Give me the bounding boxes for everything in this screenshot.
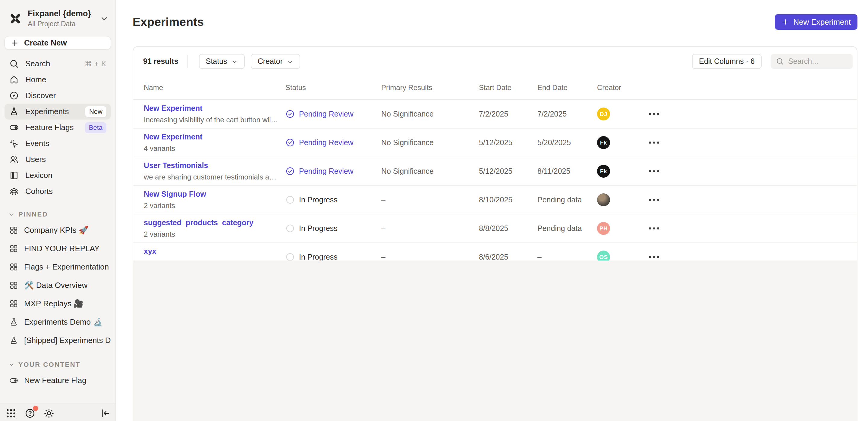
table-search (771, 54, 852, 69)
primary-results: No Significance (381, 167, 479, 175)
end-date: 5/20/2025 (537, 138, 597, 147)
creator-filter-button[interactable]: Creator (251, 54, 300, 69)
search-icon (776, 57, 784, 65)
column-header-start-date[interactable]: Start Date (479, 84, 537, 92)
create-new-button[interactable]: Create New (4, 36, 111, 50)
sidebar-item-find-your-replay[interactable]: FIND YOUR REPLAY (4, 239, 111, 258)
sidebar-item-flags-experimentation-demo[interactable]: Flags + Experimentation Demo , (4, 258, 111, 276)
creator-avatar[interactable]: Fk (597, 136, 610, 149)
sidebar: Fixpanel {demo} All Project Data Create … (0, 0, 116, 421)
start-date: 8/6/2025 (479, 253, 537, 261)
status-icon (285, 138, 295, 147)
column-header-primary-results[interactable]: Primary Results (381, 84, 479, 92)
end-date: 8/11/2025 (537, 167, 597, 175)
users-icon (9, 155, 19, 164)
keyboard-shortcut: ⌘ + K (85, 60, 106, 68)
row-menu-button[interactable] (648, 167, 847, 175)
chevron-down-icon (100, 14, 109, 23)
column-header-creator[interactable]: Creator (597, 84, 648, 92)
sidebar-footer (0, 403, 116, 421)
sidebar-item-experiments-demo[interactable]: Experiments Demo 🔬 (4, 313, 111, 331)
start-date: 8/8/2025 (479, 224, 537, 233)
sidebar-item-users[interactable]: Users (4, 152, 111, 167)
row-menu-button[interactable] (648, 110, 847, 118)
sidebar-item-company-kpis[interactable]: Company KPIs 🚀 (4, 221, 111, 239)
sidebar-item-new-feature-flag[interactable]: New Feature Flag (4, 371, 111, 390)
edit-columns-button[interactable]: Edit Columns · 6 (692, 54, 762, 69)
experiment-name-link[interactable]: User Testimonials (144, 161, 278, 170)
table-row[interactable]: User Testimonials we are sharing custome… (133, 157, 857, 186)
toggle-icon (9, 123, 19, 132)
chevron-down-icon (287, 58, 293, 64)
table-row[interactable]: New Experiment Increasing visibility of … (133, 100, 857, 129)
divider (187, 55, 188, 68)
primary-results: No Significance (381, 138, 479, 147)
status-icon (285, 166, 295, 176)
collapse-sidebar-icon[interactable] (99, 408, 111, 419)
board-icon (9, 299, 19, 309)
experiment-name-link[interactable]: New Experiment (144, 104, 278, 112)
primary-results: – (381, 224, 479, 233)
table-row[interactable]: suggested_products_category 2 variants I… (133, 215, 857, 243)
settings-gear-icon[interactable] (43, 408, 55, 419)
experiment-name-link[interactable]: New Experiment (144, 132, 278, 141)
row-menu-button[interactable] (648, 138, 847, 147)
sidebar-item-mxp-replays[interactable]: MXP Replays 🎥 (4, 294, 111, 313)
search-icon (9, 59, 19, 69)
chevron-down-icon (231, 58, 238, 64)
sidebar-sections: PINNED Company KPIs 🚀 FIND YOUR REPLAY F… (0, 199, 116, 390)
help-icon[interactable] (24, 408, 36, 419)
sidebar-item-events[interactable]: Events (4, 135, 111, 152)
primary-results: – (381, 195, 479, 204)
experiment-name-link[interactable]: New Signup Flow (144, 190, 278, 198)
table-toolbar: 91 results StatusCreator Edit Columns · … (133, 47, 857, 76)
column-header-name[interactable]: Name (144, 84, 285, 92)
sidebar-item-lexicon[interactable]: Lexicon (4, 167, 111, 184)
search-input[interactable] (788, 57, 847, 66)
status-label: Pending Review (299, 138, 353, 147)
start-date: 7/2/2025 (479, 109, 537, 118)
status-label: In Progress (299, 224, 338, 233)
sidebar-item-experiments[interactable]: Experiments New (4, 104, 111, 120)
column-header-status[interactable]: Status (285, 84, 381, 92)
sidebar-item-cohorts[interactable]: Cohorts (4, 184, 111, 199)
experiment-description: we are sharing customer testimonials as … (144, 173, 278, 181)
section-header[interactable]: PINNED (0, 208, 116, 221)
experiment-name-link[interactable]: xyx (144, 247, 278, 256)
sidebar-section: YOUR CONTENT New Feature Flag (0, 358, 116, 390)
sidebar-item-home[interactable]: Home (4, 72, 111, 88)
fixpanel-logo-icon (8, 12, 22, 26)
row-menu-button[interactable] (648, 196, 847, 204)
row-menu-button[interactable] (648, 253, 847, 261)
section-header[interactable]: YOUR CONTENT (0, 358, 116, 371)
creator-avatar[interactable]: PH (597, 222, 610, 235)
sidebar-section: PINNED Company KPIs 🚀 FIND YOUR REPLAY F… (0, 208, 116, 350)
sidebar-item-data-overview[interactable]: 🛠️ Data Overview (4, 276, 111, 294)
home-icon (9, 75, 19, 85)
status-filter-button[interactable]: Status (199, 54, 245, 69)
creator-avatar[interactable]: Fk (597, 165, 610, 178)
flask-icon (9, 336, 19, 345)
sidebar-item-feature-flags[interactable]: Feature Flags Beta (4, 120, 111, 135)
creator-avatar-photo[interactable] (597, 193, 610, 206)
new-experiment-button[interactable]: New Experiment (775, 14, 858, 30)
board-icon (9, 244, 19, 253)
status-label: Pending Review (299, 109, 353, 118)
end-date: Pending data (537, 195, 597, 204)
compass-icon (9, 91, 19, 101)
experiment-description: Increasing visibility of the cart button… (144, 116, 278, 124)
row-menu-button[interactable] (648, 224, 847, 232)
experiment-name-link[interactable]: suggested_products_category (144, 218, 278, 227)
sidebar-item-discover[interactable]: Discover (4, 88, 111, 104)
status-icon (285, 224, 295, 233)
workspace-project: All Project Data (28, 20, 94, 28)
column-header-end-date[interactable]: End Date (537, 84, 597, 92)
table-row[interactable]: New Experiment 4 variants Pending Review… (133, 129, 857, 157)
creator-avatar[interactable]: DJ (597, 107, 610, 121)
workspace-switcher[interactable]: Fixpanel {demo} All Project Data (0, 0, 116, 28)
status-label: Pending Review (299, 167, 353, 175)
table-row[interactable]: New Signup Flow 2 variants In Progress –… (133, 186, 857, 215)
sidebar-item-shipped-experiments-demo[interactable]: [Shipped] Experiments Demo 🖊️ (4, 331, 111, 350)
sidebar-item-search[interactable]: Search ⌘ + K (4, 56, 111, 72)
apps-grid-icon[interactable] (5, 408, 17, 419)
